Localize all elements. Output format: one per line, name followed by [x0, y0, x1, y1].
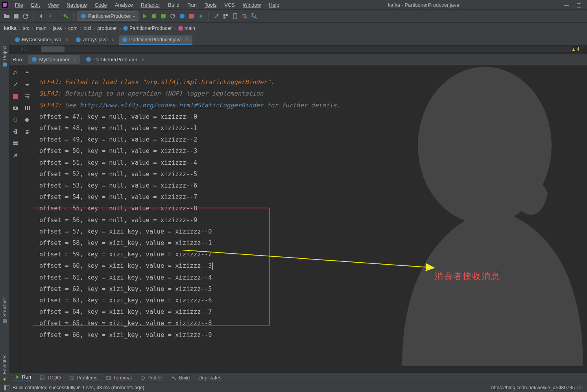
reload-icon[interactable]: [22, 13, 29, 20]
text-caret: [212, 262, 213, 270]
crumb-kafka[interactable]: kafka: [4, 26, 17, 31]
java-class-icon: [86, 57, 91, 62]
bottom-tab-problems[interactable]: Problems: [70, 375, 98, 381]
scroll-down-icon[interactable]: [24, 81, 31, 88]
menu-analyze[interactable]: Analyze: [111, 1, 137, 9]
editor-tab-myconsumer[interactable]: MyConsumer.java ×: [12, 35, 72, 45]
java-class-icon: [32, 57, 37, 62]
dump-threads-icon[interactable]: [12, 105, 19, 112]
run-play-icon[interactable]: [141, 13, 148, 20]
run-config-combo[interactable]: PartitionerProducer ▾: [78, 11, 138, 21]
rerun-icon[interactable]: [12, 69, 19, 76]
stop-icon[interactable]: [188, 13, 195, 20]
avd-icon[interactable]: [232, 13, 239, 20]
close-run-tab-icon[interactable]: ×: [141, 57, 144, 62]
slf4j-docs-link[interactable]: http://www.slf4j.org/codes.html#StaticLo…: [80, 102, 264, 109]
svg-point-8: [243, 14, 246, 17]
warning-triangle-icon: ▲: [572, 46, 575, 52]
search-everywhere-icon[interactable]: [241, 13, 248, 20]
crumb-method[interactable]: main: [178, 26, 195, 31]
menu-refactor[interactable]: Refactor: [137, 1, 164, 9]
run-tab-partitionerproducer[interactable]: PartitionerProducer ×: [82, 55, 148, 64]
crumb-class[interactable]: PartitionerProducer: [123, 26, 172, 31]
translate-icon[interactable]: [251, 13, 258, 20]
svg-rect-26: [4, 385, 6, 390]
crumb-producer[interactable]: producer: [97, 26, 116, 31]
menu-file[interactable]: File: [11, 1, 27, 9]
run-anything-icon[interactable]: [198, 13, 205, 20]
bottom-tab-terminal[interactable]: Terminal: [106, 375, 132, 381]
close-tab-icon[interactable]: ×: [186, 37, 188, 42]
console-output[interactable]: SLF4J: Failed to load class "org.slf4j.i…: [33, 65, 587, 372]
bottom-tab-build[interactable]: Build: [172, 375, 190, 381]
pin-icon[interactable]: [12, 152, 19, 159]
clear-all-icon[interactable]: [24, 128, 31, 135]
run-tab-myconsumer[interactable]: MyConsumer ×: [28, 55, 80, 64]
menu-view[interactable]: View: [44, 1, 63, 9]
crumb-src[interactable]: src: [23, 26, 30, 31]
menu-navigate[interactable]: Navigate: [63, 1, 90, 9]
structure-tool-tab[interactable]: Structure: [2, 298, 7, 323]
open-icon[interactable]: [3, 13, 10, 20]
svg-rect-22: [72, 379, 72, 379]
editor-tab-arrays[interactable]: Arrays.java ×: [73, 35, 118, 45]
method-icon: [178, 26, 183, 31]
nav-back-icon[interactable]: [37, 13, 44, 20]
bottom-tab-todo[interactable]: TODO: [40, 375, 61, 381]
layout-settings-icon[interactable]: [12, 140, 19, 147]
profile-icon[interactable]: [169, 13, 176, 20]
svg-rect-4: [223, 14, 225, 16]
bottom-tab-duplicates[interactable]: Duplicates: [198, 375, 221, 381]
crumb-main[interactable]: main: [36, 26, 46, 31]
menu-build[interactable]: Build: [164, 1, 183, 9]
bottom-tab-profiler[interactable]: Profiler: [140, 375, 163, 381]
crumb-java[interactable]: java: [53, 26, 62, 31]
java-class-icon: [81, 14, 86, 18]
exit-icon[interactable]: [12, 128, 19, 135]
close-run-tab-icon[interactable]: ×: [74, 57, 76, 62]
coverage-icon[interactable]: [160, 13, 167, 20]
editor-horizontal-scrollbar[interactable]: [41, 46, 572, 52]
scroll-to-end-icon[interactable]: [24, 105, 31, 112]
stop-process-icon[interactable]: [12, 93, 19, 100]
modify-run-config-icon[interactable]: [12, 81, 19, 88]
java-class-icon: [123, 26, 128, 31]
svg-rect-19: [40, 376, 44, 380]
menu-edit[interactable]: Edit: [27, 1, 44, 9]
todo-icon: [40, 375, 44, 380]
menu-tools[interactable]: Tools: [201, 1, 220, 9]
window-minimize-icon[interactable]: —: [564, 2, 569, 8]
window-maximize-icon[interactable]: ▢: [576, 2, 581, 8]
scroll-up-icon[interactable]: [24, 69, 31, 76]
nav-forward-icon[interactable]: [47, 13, 54, 20]
close-tab-icon[interactable]: ×: [112, 37, 114, 42]
project-tool-tab[interactable]: Project: [2, 46, 7, 66]
svg-rect-2: [189, 14, 194, 18]
menu-code[interactable]: Code: [91, 1, 111, 9]
project-structure-icon[interactable]: [222, 13, 229, 20]
crumb-xizi[interactable]: xizi: [84, 26, 91, 31]
globe-icon[interactable]: [179, 13, 186, 20]
status-toolwindow-icon[interactable]: [4, 385, 9, 390]
bottom-tab-run[interactable]: Run: [15, 374, 31, 381]
build-hammer-icon[interactable]: [62, 13, 69, 20]
annotation-arrow: [183, 246, 442, 274]
menu-help[interactable]: Help: [265, 1, 283, 9]
menu-vcs[interactable]: VCS: [220, 1, 239, 9]
close-tab-icon[interactable]: ×: [65, 37, 68, 42]
favorites-tool-tab[interactable]: ★Favorites: [2, 355, 7, 382]
menu-run[interactable]: Run: [183, 1, 201, 9]
save-icon[interactable]: [13, 13, 20, 20]
editor-tab-partitionerproducer[interactable]: PartitionerProducer.java ×: [119, 35, 192, 45]
soft-wrap-icon[interactable]: [24, 93, 31, 100]
crumb-com[interactable]: com: [68, 26, 78, 31]
settings-wrench-icon[interactable]: [213, 13, 220, 20]
profiler-icon: [140, 375, 145, 380]
attach-debugger-icon[interactable]: [12, 116, 19, 123]
menu-window[interactable]: Window: [239, 1, 265, 9]
debug-icon[interactable]: [150, 13, 157, 20]
editor-warning-indicator[interactable]: ▲ 4 ˆ: [572, 46, 584, 52]
svg-point-11: [15, 107, 16, 109]
print-icon[interactable]: [24, 116, 31, 123]
status-message: Build completed successfully in 1 sec, 4…: [13, 385, 144, 390]
